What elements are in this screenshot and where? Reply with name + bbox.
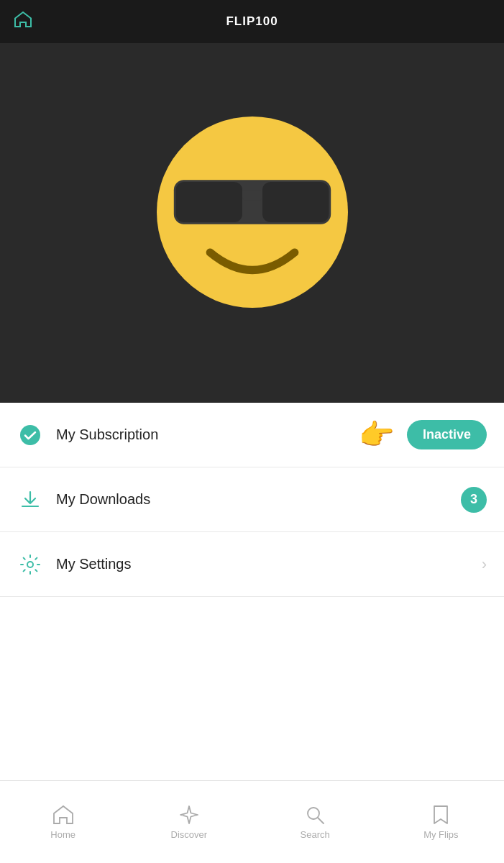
hero-area <box>0 0 504 403</box>
emoji-face <box>152 111 353 313</box>
subscription-icon <box>17 422 43 448</box>
subscription-label: My Subscription <box>56 426 359 443</box>
inactive-badge[interactable]: Inactive <box>407 420 487 449</box>
downloads-label: My Downloads <box>56 491 461 508</box>
subscription-content: 👈 Inactive <box>359 418 487 452</box>
svg-point-6 <box>27 562 33 567</box>
nav-search-icon <box>305 805 325 825</box>
settings-icon <box>17 552 43 577</box>
nav-search-label: Search <box>301 829 330 840</box>
nav-discover-label: Discover <box>171 829 208 840</box>
settings-chevron-icon: › <box>482 555 487 574</box>
header-title: FLIP100 <box>226 14 278 29</box>
nav-myflips-icon <box>431 805 451 825</box>
menu-list: My Subscription 👈 Inactive My Downloads … <box>0 403 504 597</box>
svg-point-5 <box>20 425 40 445</box>
nav-home-label: Home <box>50 829 75 840</box>
subscription-row[interactable]: My Subscription 👈 Inactive <box>0 403 504 467</box>
nav-item-discover[interactable]: Discover <box>126 781 252 863</box>
header: FLIP100 <box>0 0 504 43</box>
download-icon <box>17 487 43 513</box>
nav-home-icon <box>53 805 73 825</box>
nav-discover-icon <box>179 805 199 825</box>
downloads-count-badge: 3 <box>461 487 487 513</box>
settings-label: My Settings <box>56 556 482 572</box>
svg-marker-7 <box>180 806 198 823</box>
nav-item-home[interactable]: Home <box>0 781 126 863</box>
bottom-nav: Home Discover Search My Flips <box>0 780 504 863</box>
svg-rect-3 <box>262 182 329 222</box>
nav-myflips-label: My Flips <box>423 829 458 840</box>
home-icon[interactable] <box>14 12 32 32</box>
svg-line-9 <box>318 818 324 823</box>
downloads-row[interactable]: My Downloads 3 <box>0 467 504 532</box>
pointing-hand-icon: 👈 <box>359 418 395 452</box>
nav-item-search[interactable]: Search <box>252 781 378 863</box>
nav-item-myflips[interactable]: My Flips <box>378 781 504 863</box>
settings-row[interactable]: My Settings › <box>0 532 504 597</box>
svg-rect-4 <box>242 190 262 200</box>
svg-rect-2 <box>175 182 242 222</box>
